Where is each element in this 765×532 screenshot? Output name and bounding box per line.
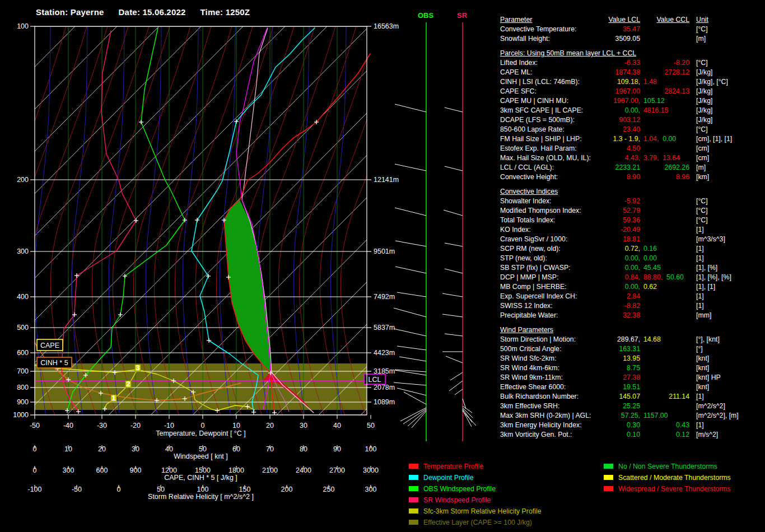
unit-label: [1], [1] [696, 282, 715, 292]
parameter-label: Effective Shear 6000: [500, 382, 601, 392]
value-ccl: 0.62 [640, 282, 689, 292]
table-row: SB STP (fix) | CWASP:0.00,45.45[1], [%] [500, 263, 763, 273]
table-row: Convective Temperature:35.47[°C] [500, 25, 763, 34]
value-ccl: 2824.13 [640, 87, 689, 96]
table-row: Showalter Index:-5.92[°C] [500, 197, 763, 206]
chart-text: 600 [96, 466, 108, 474]
legend-swatch [604, 475, 613, 480]
table-row: DCP | MMP | MSP:0.84,88.80, 50.60[1], [%… [500, 273, 763, 282]
value-ccl [640, 125, 689, 134]
chart-text: 0 [33, 445, 37, 453]
chart-text: 600 [17, 349, 29, 357]
table-row: Lifted Index:-6.33-8.20[°C] [500, 58, 763, 68]
chart-text: 16563m [374, 22, 399, 30]
table-row: Max. Hail Size (OLD, MU, IL):4.43,3.79, … [500, 153, 763, 163]
value-lcl: 13.95 [601, 354, 640, 363]
value-lcl: 0.00, [601, 254, 640, 263]
col-header-parameter: Parameter [500, 16, 532, 24]
chart-text: 10 [64, 445, 72, 453]
parameter-label: SR Wind 9km-11km: [500, 373, 601, 382]
chart-text: 0 [33, 466, 37, 474]
col-header-unit: Unit [696, 16, 708, 24]
chart-text: 200 [17, 176, 29, 184]
parameter-label: Convective Height: [500, 172, 601, 182]
legend-label: Effective Layer (CAPE >= 100 J/kg) [423, 519, 532, 526]
legend-swatch [604, 486, 613, 491]
lcl-label: LCL [364, 374, 385, 384]
obs-wind-column-label: OBS [418, 11, 433, 20]
table-row: 3km Effective SRH:25.25[m^2/s^2] [500, 402, 763, 411]
parameter-label: FM Hail Size | SHIP | LHP: [500, 134, 601, 144]
parameter-label: CAPE SFC: [500, 87, 601, 96]
value-lcl: -20.49 [601, 225, 640, 235]
value-lcl: 23.40 [601, 125, 640, 134]
col-header-value-ccl: Value CCL [656, 16, 689, 24]
parameter-label: CAPE ML: [500, 68, 601, 77]
value-lcl: 32.38 [601, 311, 640, 320]
value-lcl: 109.18, [601, 77, 640, 87]
unit-label: [cm] [696, 144, 709, 153]
table-row: Effective Shear 6000:19.51[knt] [500, 382, 763, 392]
parameter-label: SCP RM (new, old): [500, 244, 601, 254]
unit-label: [1], [%], [%] [696, 273, 731, 282]
table-row: STP (new, old):0.00,0.00[1] [500, 254, 763, 263]
value-lcl: 1967.00, [601, 96, 640, 106]
value-lcl: -8.82 [601, 301, 640, 311]
parameter-label: 3km Effective SRH: [500, 402, 601, 411]
unit-label: [J/kg] [696, 115, 712, 125]
unit-label: [knt] [696, 382, 709, 392]
chart-text: 50 [157, 486, 165, 493]
chart-text: 20 [266, 422, 274, 430]
legend-label: Widespread / Severe Thunderstorms [618, 485, 731, 493]
chart-text: 1800 [228, 466, 244, 474]
parameter-label: SB STP (fix) | CWASP: [500, 263, 601, 273]
parameter-table: Parameter Value LCL Value CCL Unit Conve… [500, 15, 763, 440]
unit-label: [J/kg] [696, 96, 712, 106]
table-row: Craven SigSvr / 1000:18.81[m^3/s^3] [500, 235, 763, 244]
legend-item: SR Windspeed Profile [409, 494, 541, 506]
legend-item: Scattered / Moderate Thunderstorms [604, 472, 731, 483]
legend-item: Widespread / Severe Thunderstorms [604, 483, 731, 494]
legend-item: Effective Layer (CAPE >= 100 J/kg) [409, 517, 541, 528]
value-ccl [640, 292, 689, 301]
legend-swatch [409, 508, 418, 514]
parameter-label: SR Wind Sfc-2km: [500, 354, 601, 363]
value-lcl: 289.67, [601, 335, 640, 344]
chart-text: 300 [365, 486, 377, 493]
unit-label: [J/kg] [696, 87, 712, 96]
chart-text: 4423m [374, 349, 395, 357]
unit-label: [m] [696, 34, 706, 44]
value-lcl: 59.36 [601, 216, 640, 225]
chart-text: 0 [201, 422, 205, 430]
unit-label: [mm] [696, 311, 711, 320]
parameter-label: Showalter Index: [500, 197, 601, 206]
table-row: FM Hail Size | SHIP | LHP:1.3 - 1.9,1.04… [500, 134, 763, 144]
value-ccl: -8.20 [640, 58, 689, 68]
value-lcl: 0.00, [601, 106, 640, 115]
chart-text: 2100 [262, 466, 278, 474]
table-row: SCP RM (new, old):0.72,0.16[1] [500, 244, 763, 254]
chart-text: 900 [17, 398, 29, 406]
parameter-label: 850-600 Lapse Rate: [500, 125, 601, 134]
sr-windspeed-profile [62, 31, 138, 414]
chart-text: 7492m [374, 293, 395, 301]
unit-label: [m^2/s^2], [m] [696, 411, 739, 421]
col-header-value-lcl: Value LCL [608, 16, 640, 24]
value-lcl: -6.33 [601, 58, 640, 68]
unit-label: [cm], [1], [1] [696, 134, 732, 144]
chart-text: 3185m [374, 367, 395, 375]
unit-label: [°C] [696, 58, 708, 68]
value-ccl: 105.12 [640, 96, 689, 106]
chart-text: 90 [333, 445, 341, 453]
unit-label: [knt] [696, 354, 709, 363]
chart-text: 200 [281, 486, 293, 493]
chart-text: CINH * 5 [40, 359, 68, 367]
km-height-marker: 3 [135, 364, 141, 372]
chart-text: 900 [130, 466, 142, 474]
parameter-label: KO Index: [500, 225, 601, 235]
chart-text: 250 [323, 486, 335, 493]
parameter-label: Storm Direction | Motion: [500, 335, 601, 344]
value-ccl: 2692.26 [640, 163, 689, 172]
chart-text: Temperature, Dewpoint [ °C ] [156, 430, 246, 437]
parcel-trace [242, 28, 314, 413]
